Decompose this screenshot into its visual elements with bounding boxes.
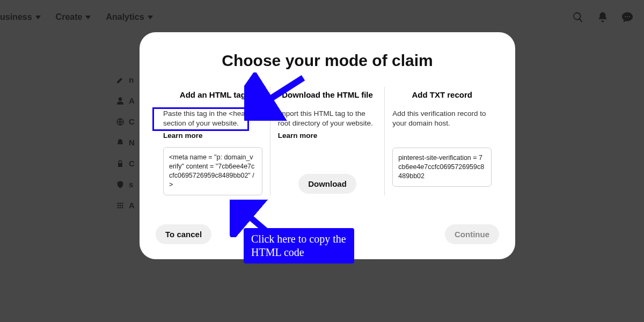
cancel-button[interactable]: To cancel — [156, 224, 211, 244]
option-txt-record[interactable]: Add TXT record Add this verification rec… — [384, 87, 499, 195]
txt-record-code[interactable]: pinterest-site-verification = 7cb6ee4e7c… — [392, 148, 492, 187]
download-button[interactable]: Download — [298, 174, 356, 194]
option-heading: Add TXT record — [392, 87, 492, 103]
html-tag-code[interactable]: <meta name = "p: domain_verify" content … — [163, 147, 262, 195]
annotation-arrow-icon — [244, 72, 309, 121]
claim-options: Add an HTML tag Paste this tag in the <h… — [156, 87, 499, 195]
modal-title: Choose your mode of claim — [156, 52, 499, 70]
continue-button[interactable]: Continue — [445, 224, 499, 244]
option-desc: Add this verification record to your dom… — [392, 109, 492, 128]
annotation-callout: Click here to copy the HTML code — [244, 228, 354, 264]
claim-modal: Choose your mode of claim Add an HTML ta… — [140, 32, 515, 259]
learn-more-link[interactable]: Learn more — [163, 131, 203, 140]
annotation-highlight — [152, 107, 249, 131]
svg-line-4 — [256, 78, 303, 108]
learn-more-link[interactable]: Learn more — [278, 131, 318, 140]
